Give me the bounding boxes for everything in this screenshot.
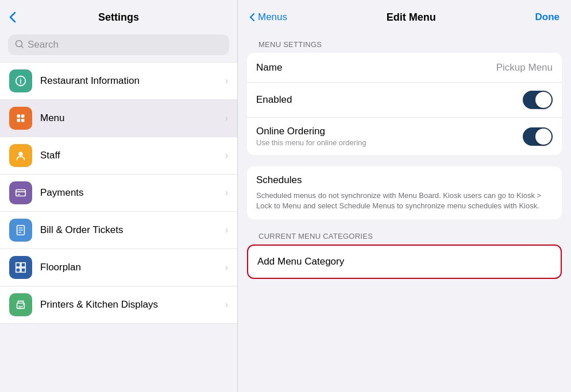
add-menu-category-row[interactable]: Add Menu Category	[248, 246, 561, 278]
search-bar[interactable]: Search	[8, 34, 229, 55]
svg-rect-17	[16, 268, 20, 272]
enabled-label: Enabled	[256, 94, 292, 106]
floorplan-icon	[9, 256, 32, 279]
menus-back-button[interactable]: Menus	[249, 11, 287, 23]
menu-icon	[9, 107, 32, 130]
svg-rect-6	[21, 119, 24, 122]
sidebar-label-staff: Staff	[40, 150, 60, 161]
staff-icon	[9, 144, 32, 167]
tickets-icon	[9, 219, 32, 242]
online-ordering-sublabel: Use this menu for online ordering	[256, 138, 366, 147]
back-button[interactable]	[9, 11, 16, 23]
online-ordering-toggle[interactable]	[523, 127, 553, 146]
add-menu-category-card[interactable]: Add Menu Category	[247, 244, 562, 279]
sidebar-label-menu: Menu	[40, 112, 65, 124]
svg-rect-3	[17, 115, 20, 118]
sidebar-item-restaurant-information[interactable]: i Restaurant Information ›	[0, 62, 237, 100]
printer-icon	[9, 293, 32, 316]
sidebar-label-printers-kitchen: Printers & Kitchen Displays	[40, 299, 158, 311]
left-panel: Settings Search i Restaurant Information…	[0, 0, 238, 392]
svg-rect-15	[16, 263, 20, 267]
search-placeholder: Search	[28, 39, 59, 51]
name-row: Name Pickup Menu	[247, 53, 562, 83]
sidebar-label-floorplan: Floorplan	[40, 262, 81, 273]
sidebar-item-floorplan[interactable]: Floorplan ›	[0, 249, 237, 286]
sidebar-item-menu[interactable]: Menu ›	[0, 100, 237, 137]
right-panel: Menus Edit Menu Done MENU SETTINGS Name …	[238, 0, 571, 392]
name-label: Name	[256, 62, 282, 73]
sidebar-item-bill-order-tickets[interactable]: Bill & Order Tickets ›	[0, 212, 237, 249]
svg-rect-16	[21, 263, 25, 267]
chevron-icon: ›	[225, 225, 228, 235]
chevron-icon: ›	[225, 262, 228, 273]
svg-point-7	[18, 152, 22, 156]
chevron-icon: ›	[225, 300, 228, 310]
schedules-description: Scheduled menus do not synchronize with …	[256, 191, 553, 211]
enabled-toggle[interactable]	[523, 91, 553, 109]
svg-rect-4	[21, 115, 24, 118]
current-menu-categories-section-header: CURRENT MENU CATEGORIES	[238, 231, 571, 244]
svg-point-22	[23, 304, 24, 305]
back-label: Menus	[258, 11, 287, 23]
sidebar-label-payments: Payments	[40, 187, 84, 199]
online-ordering-row: Online Ordering Use this menu for online…	[247, 118, 562, 155]
current-menu-categories-label: CURRENT MENU CATEGORIES	[247, 232, 384, 244]
name-value: Pickup Menu	[496, 62, 553, 73]
chevron-icon: ›	[225, 188, 228, 198]
search-icon	[15, 40, 24, 51]
done-button[interactable]: Done	[535, 11, 560, 23]
payments-icon	[9, 181, 32, 204]
online-ordering-label-block: Online Ordering Use this menu for online…	[256, 126, 366, 147]
left-panel-title: Settings	[98, 11, 139, 24]
restaurant-information-icon: i	[9, 69, 32, 92]
schedules-title: Schedules	[256, 174, 553, 186]
online-ordering-label: Online Ordering	[256, 126, 366, 137]
right-panel-title: Edit Menu	[387, 11, 436, 24]
menu-settings-card: Name Pickup Menu Enabled Online Ordering…	[247, 53, 562, 155]
left-header: Settings	[0, 0, 237, 30]
menu-settings-label: MENU SETTINGS	[247, 40, 333, 52]
sidebar-item-staff[interactable]: Staff ›	[0, 137, 237, 174]
add-menu-category-label: Add Menu Category	[257, 256, 344, 267]
menu-settings-section-header: MENU SETTINGS	[238, 39, 571, 53]
sidebar-item-printers-kitchen[interactable]: Printers & Kitchen Displays ›	[0, 286, 237, 324]
nav-list: i Restaurant Information › Menu ›	[0, 62, 237, 392]
chevron-icon: ›	[225, 113, 228, 123]
svg-rect-5	[17, 119, 20, 122]
svg-rect-8	[16, 190, 26, 196]
enabled-row: Enabled	[247, 83, 562, 118]
right-header: Menus Edit Menu Done	[238, 0, 571, 30]
sidebar-label-bill-order-tickets: Bill & Order Tickets	[40, 224, 124, 236]
right-content: MENU SETTINGS Name Pickup Menu Enabled O…	[238, 30, 571, 392]
chevron-icon: ›	[225, 76, 228, 86]
svg-text:i: i	[20, 77, 21, 86]
schedules-card: Schedules Scheduled menus do not synchro…	[247, 166, 562, 219]
sidebar-item-payments[interactable]: Payments ›	[0, 174, 237, 212]
sidebar-label-restaurant-information: Restaurant Information	[40, 75, 140, 87]
chevron-icon: ›	[225, 150, 228, 161]
svg-rect-18	[21, 268, 25, 272]
